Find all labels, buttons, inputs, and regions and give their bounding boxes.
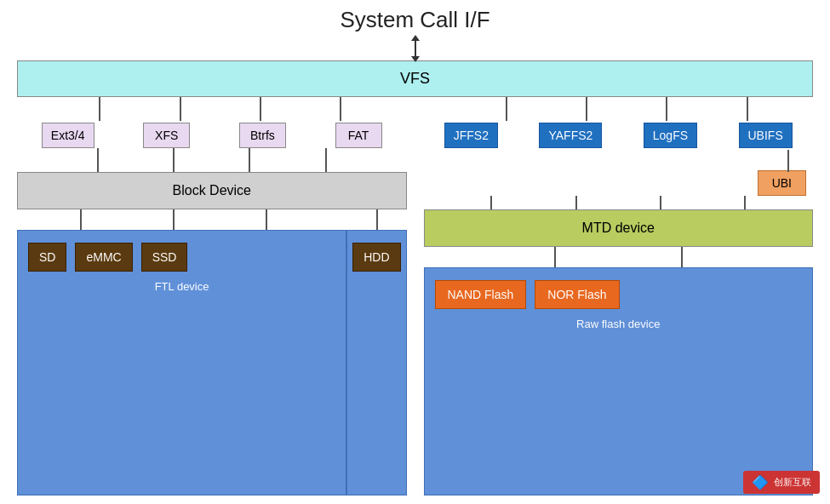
- connector-line: [180, 97, 181, 121]
- main-content: Ext3/4 XFS Btrfs FAT: [17, 123, 813, 495]
- right-column: JFFS2 YAFFS2 LogFS UBIFS: [424, 123, 814, 495]
- storage-hdd: HDD: [352, 243, 400, 272]
- right-fs-row: JFFS2 YAFFS2 LogFS UBIFS: [424, 123, 814, 148]
- block-to-storage-lines: [17, 209, 407, 230]
- vfs-bar: VFS: [17, 60, 813, 97]
- storage-emmc: eMMC: [75, 243, 132, 272]
- connector-line: [586, 97, 587, 121]
- connector-line: [260, 97, 261, 121]
- syscall-arrow: [17, 37, 813, 60]
- flash-devices: NAND Flash NOR Flash: [435, 280, 803, 309]
- fs-yaffs2: YAFFS2: [539, 123, 602, 148]
- storage-nand: NAND Flash: [435, 280, 527, 309]
- mtd-device-bar: MTD device: [424, 209, 814, 247]
- fs-xfs: XFS: [143, 123, 190, 148]
- connector-line: [99, 97, 100, 121]
- raw-flash-area: NAND Flash NOR Flash Raw flash device: [424, 267, 814, 495]
- ftl-label: FTL device: [28, 280, 335, 293]
- fs-ext34: Ext3/4: [42, 123, 94, 148]
- block-device-bar: Block Device: [17, 172, 407, 209]
- storage-nor: NOR Flash: [535, 280, 619, 309]
- storage-ssd: SSD: [141, 243, 188, 272]
- hdd-area: HDD: [346, 230, 406, 495]
- vfs-connectors: [17, 97, 813, 123]
- fs-to-block-lines: [17, 148, 407, 172]
- left-column: Ext3/4 XFS Btrfs FAT: [17, 123, 407, 495]
- mtd-to-flash-lines: [424, 247, 814, 267]
- fs-btrfs: Btrfs: [239, 123, 286, 148]
- ftl-device-area: SD eMMC SSD FTL device: [17, 230, 346, 495]
- fs-to-mtd-lines: [424, 196, 814, 209]
- raw-flash-label: Raw flash device: [435, 318, 803, 330]
- left-storage-row: SD eMMC SSD FTL device: [17, 230, 407, 495]
- watermark: 🔷 创新互联: [743, 471, 820, 494]
- connector-line: [666, 97, 667, 121]
- page-title: System Call I/F: [340, 7, 489, 32]
- ubi-box: UBI: [758, 170, 806, 196]
- fs-ubifs: UBIFS: [739, 123, 793, 148]
- ubifs-ubi-line: [787, 150, 789, 172]
- connector-line: [747, 97, 748, 121]
- connector-line: [506, 97, 507, 121]
- ubi-wrapper: UBI: [424, 170, 814, 196]
- connector-line: [340, 97, 341, 121]
- fs-fat: FAT: [335, 123, 382, 148]
- fs-logfs: LogFS: [644, 123, 697, 148]
- right-fs-section: JFFS2 YAFFS2 LogFS UBIFS: [424, 123, 814, 148]
- ftl-devices: SD eMMC SSD: [28, 243, 335, 272]
- storage-sd: SD: [28, 243, 66, 272]
- left-fs-row: Ext3/4 XFS Btrfs FAT: [17, 123, 407, 148]
- diagram-container: System Call I/F VFS: [0, 0, 830, 504]
- fs-jffs2: JFFS2: [444, 123, 498, 148]
